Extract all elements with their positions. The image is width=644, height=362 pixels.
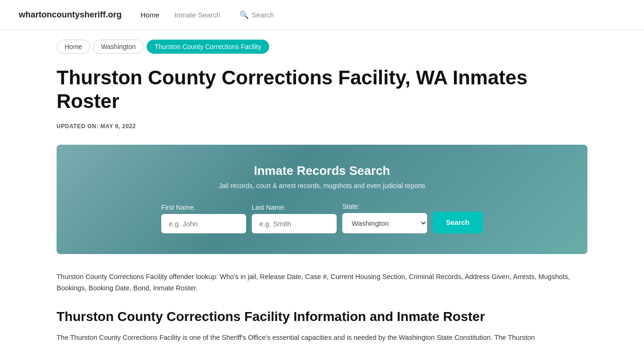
first-name-label: First Name: [161, 204, 195, 211]
last-name-label: Last Name: [252, 204, 286, 211]
state-group: State: AlabamaAlaskaArizonaArkansasCalif… [342, 203, 427, 233]
search-form: First Name: Last Name: State: AlabamaAla… [85, 203, 559, 233]
page-title: Thurston County Corrections Facility, WA… [57, 66, 587, 114]
nav-link-home[interactable]: Home [140, 11, 159, 19]
nav-search[interactable]: 🔍 Search [239, 10, 274, 19]
main-nav: Home Inmate Search [140, 11, 221, 19]
state-select[interactable]: AlabamaAlaskaArizonaArkansasCaliforniaCo… [342, 213, 427, 233]
last-name-input[interactable] [252, 214, 337, 233]
nav-links: Home Inmate Search [140, 11, 221, 19]
breadcrumb-washington[interactable]: Washington [93, 40, 143, 54]
updated-on: UPDATED ON: MAY 9, 2022 [57, 123, 587, 130]
first-name-input[interactable] [161, 214, 246, 233]
site-header: whartoncountysheriff.org Home Inmate Sea… [0, 0, 644, 30]
breadcrumb: Home Washington Thurston County Correcti… [0, 30, 644, 61]
nav-item-home[interactable]: Home [140, 11, 159, 19]
description-text: Thurston County Corrections Facility off… [57, 271, 587, 294]
search-box-subtitle: Jail records, court & arrest records, mu… [85, 182, 559, 189]
breadcrumb-facility[interactable]: Thurston County Corrections Facility [147, 40, 269, 54]
last-name-group: Last Name: [252, 204, 337, 233]
first-name-group: First Name: [161, 204, 246, 233]
site-logo[interactable]: whartoncountysheriff.org [19, 10, 122, 20]
state-label: State: [342, 203, 360, 210]
nav-search-label: Search [252, 11, 274, 19]
nav-item-inmate-search[interactable]: Inmate Search [174, 11, 221, 19]
breadcrumb-home[interactable]: Home [57, 40, 90, 54]
nav-link-inmate-search[interactable]: Inmate Search [174, 11, 221, 19]
search-box-title: Inmate Records Search [85, 164, 559, 178]
main-content: Thurston County Corrections Facility, WA… [0, 61, 644, 362]
inmate-search-box: Inmate Records Search Jail records, cour… [57, 145, 587, 254]
search-icon: 🔍 [239, 10, 249, 19]
section-body: The Thurston County Corrections Facility… [57, 332, 587, 344]
description-content: Thurston County Corrections Facility off… [57, 273, 570, 292]
search-button[interactable]: Search [433, 212, 483, 233]
section-heading: Thurston County Corrections Facility Inf… [57, 309, 587, 324]
